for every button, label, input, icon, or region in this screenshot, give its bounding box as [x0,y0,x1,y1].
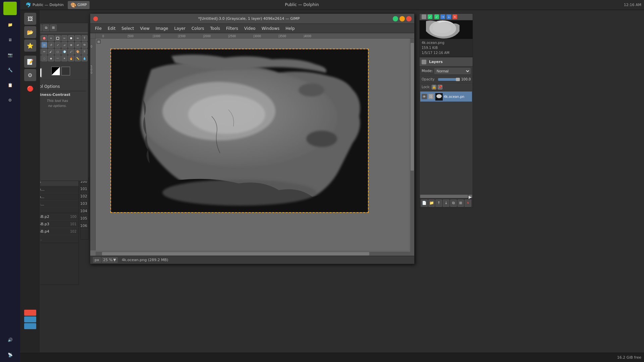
zoom-selector[interactable]: 25 % ▼ [102,257,118,263]
vscroll-thumb[interactable] [411,43,414,171]
opacity-slider[interactable] [438,78,460,81]
layers-up-btn[interactable]: ↑ [435,199,442,207]
tool-fuzzy-select[interactable]: ✴ [48,35,54,41]
preview-green-btn[interactable]: ✓ [428,14,432,19]
pattern-swatch[interactable] [51,67,60,75]
gimp-max-btn[interactable] [100,16,105,21]
tool-sharpen[interactable]: ◆ [48,55,54,61]
canvas-vscrollbar[interactable] [410,39,414,252]
preview-image [420,20,473,39]
menu-edit[interactable]: Edit [105,25,118,32]
menu-video[interactable]: Video [241,25,258,32]
layers-new-btn[interactable]: 📄 [421,199,428,207]
opacity-slider-handle[interactable] [456,78,460,81]
sys-item-7[interactable]: 🔊 [3,333,17,347]
tool-clone[interactable]: ⧖ [82,49,88,55]
panel-icon-6[interactable]: 🔴 [24,82,36,95]
gradient-swatch[interactable] [61,67,70,75]
layer-link-btn[interactable]: ⛓ [428,94,434,99]
map-svg [111,49,368,212]
menu-select[interactable]: Select [119,25,137,32]
layers-delete-btn[interactable]: ✕ [465,199,471,207]
tool-perspective[interactable]: ⊠ [68,42,74,48]
tool-blur[interactable]: ◌ [41,55,47,61]
layers-group-btn[interactable]: 📁 [428,199,435,207]
tool-paths[interactable]: ✏ [75,35,81,41]
panel-icon-4[interactable]: 📝 [24,56,36,68]
menu-file[interactable]: File [92,25,104,32]
menu-layer[interactable]: Layer [171,25,188,32]
layers-hscrollbar[interactable]: ▶ [420,194,473,198]
tool-ink[interactable]: 🖊 [68,49,74,55]
tool-foreground-select[interactable]: 🔲 [68,35,74,41]
layers-scroll-thumb[interactable] [420,195,468,198]
tool-colorpick[interactable]: 💧 [82,55,88,61]
gimp-title-btn-red[interactable] [406,16,412,21]
canvas-bg [96,39,409,250]
sys-item-2[interactable]: 🖥 [3,33,17,47]
tool-dodge[interactable]: ☀ [61,55,67,61]
preview-date: 1/5/17 12:16 AM [422,50,471,55]
sec-tool-4[interactable]: ⊞ [50,24,57,31]
sys-item-6[interactable]: ⚙ [3,93,17,107]
tool-text[interactable]: T [82,35,88,41]
panel-icon-5[interactable]: ⚙ [24,69,36,81]
menu-filters[interactable]: Filters [223,25,241,32]
panel-icon-1[interactable]: 🖼 [24,13,36,25]
canvas-nav-btn[interactable]: ⊞ [96,39,101,44]
gimp-title-btn-green[interactable] [393,16,398,21]
tool-shear[interactable]: ⊿ [61,42,67,48]
tool-cage[interactable]: ⧉ [82,42,88,48]
sys-item-4[interactable]: 🔧 [3,63,17,77]
menu-colors[interactable]: Colors [189,25,207,32]
sec-tool-3[interactable]: ⧉ [43,24,49,31]
preview-red-btn[interactable]: ✕ [452,14,457,19]
sys-item-5[interactable]: 📋 [3,78,17,92]
menu-windows[interactable]: Windows [259,25,282,32]
layer-visibility-btn[interactable]: 👁 [422,94,427,99]
preview-blue-btn2[interactable]: ↓ [446,14,451,19]
layers-mode-select[interactable]: Normal Dissolve Multiply Screen [434,68,471,74]
unit-selector[interactable]: px [93,257,101,263]
sys-item-3[interactable]: 📷 [3,48,17,62]
tool-scissors[interactable]: ✂ [61,35,67,41]
lock-position-btn[interactable]: 📌 [438,85,442,89]
menu-view[interactable]: View [137,25,152,32]
tool-burn[interactable]: 🔥 [68,55,74,61]
canvas-hscrollbar[interactable] [96,252,410,256]
preview-green-btn2[interactable]: ✓ [434,14,439,19]
layer-item[interactable]: 👁 ⛓ 4k.ocean.pn [420,92,472,102]
tool-pencil[interactable]: ✏ [41,49,47,55]
taskbar-gimp[interactable]: 🎨 GIMP [68,1,90,9]
nvidia-logo[interactable] [3,2,17,15]
tool-mypaint[interactable]: 🎨 [75,49,81,55]
tool-brush[interactable]: 🖌 [48,49,54,55]
tool-smudge[interactable]: 〰 [55,55,61,61]
tool-free-select[interactable]: 🎯 [41,35,47,41]
sys-item-1[interactable]: 📁 [3,18,17,32]
tool-measure[interactable]: 📏 [75,55,81,61]
hscroll-thumb[interactable] [102,252,369,255]
layers-merge-btn[interactable]: ⊞ [458,199,464,207]
preview-blue-btn[interactable]: → [440,14,445,19]
lock-pixels-btn[interactable]: 🔒 [432,85,436,89]
menu-help[interactable]: Help [283,25,297,32]
layers-duplicate-btn[interactable]: ⧉ [450,199,457,207]
gimp-canvas[interactable]: 0 |500 |1000 |1500 |2000 |2500 |3000 |35… [90,33,414,256]
tool-crop[interactable]: ⊡ [41,42,47,48]
tool-scale[interactable]: ⤢ [55,42,61,48]
tool-airbrush[interactable]: 💨 [61,49,67,55]
tool-select-by-color[interactable]: 🔳 [55,35,61,41]
panel-icon-2[interactable]: 📂 [24,26,36,38]
layers-down-btn[interactable]: ↓ [443,199,449,207]
tool-rotate[interactable]: ↺ [48,42,54,48]
tool-eraser[interactable]: ◻ [55,49,61,55]
gimp-title-btn-yellow[interactable] [399,16,405,21]
taskbar-dolphin[interactable]: 🐬 Public — Dolphin [23,1,66,9]
sys-item-8[interactable]: 📡 [3,348,17,362]
tool-flip[interactable]: ⇌ [75,42,81,48]
menu-image[interactable]: Image [153,25,171,32]
panel-icon-3[interactable]: ⭐ [24,40,36,52]
layers-scroll-btn[interactable]: ▶ [469,195,472,198]
menu-tools[interactable]: Tools [208,25,223,32]
